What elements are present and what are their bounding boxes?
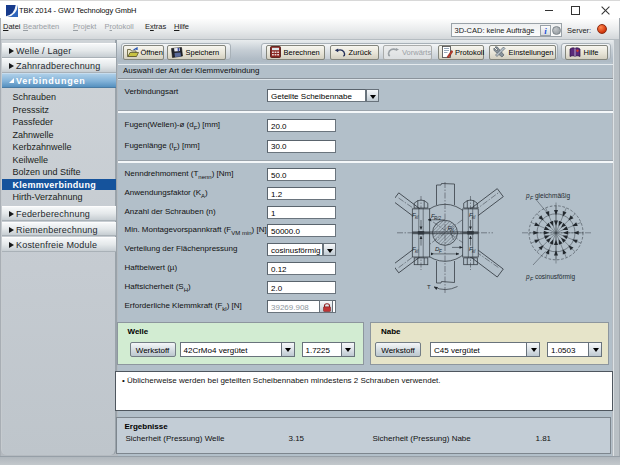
svg-text:R/2: R/2 (434, 216, 442, 221)
svg-text:F: F (530, 195, 534, 201)
svg-text:F: F (439, 249, 442, 254)
svg-text:gleichmäßig: gleichmäßig (535, 192, 570, 200)
svg-text:T: T (427, 284, 431, 290)
svg-text:cosinusförmig: cosinusförmig (535, 273, 575, 281)
svg-text:F: F (530, 276, 534, 282)
